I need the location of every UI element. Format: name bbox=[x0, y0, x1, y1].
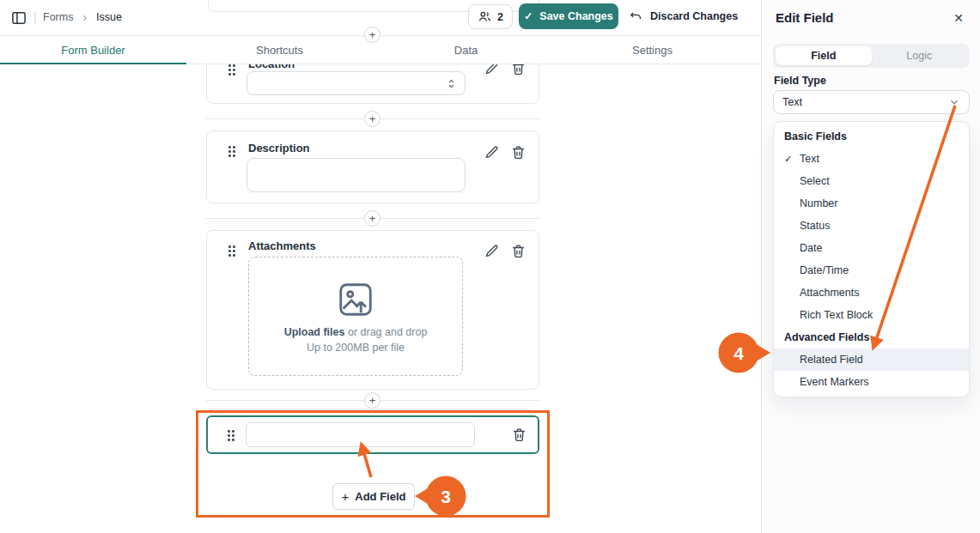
pencil-icon bbox=[484, 243, 500, 259]
plus-icon: + bbox=[342, 489, 350, 504]
panel-tab-group: Field Logic bbox=[773, 44, 970, 68]
field-type-label: Field Type bbox=[774, 75, 826, 87]
add-field-between-button[interactable]: + bbox=[364, 111, 380, 127]
drag-handle-icon[interactable] bbox=[228, 245, 236, 257]
field-label-description: Description bbox=[248, 142, 310, 154]
tab-settings[interactable]: Settings bbox=[559, 36, 746, 64]
upload-size-hint: Up to 200MB per file bbox=[307, 342, 405, 354]
trash-icon bbox=[511, 427, 527, 443]
tab-shortcuts[interactable]: Shortcuts bbox=[186, 36, 373, 64]
step-3-badge: 3 bbox=[415, 476, 466, 517]
sidebar-toggle-icon[interactable] bbox=[10, 9, 27, 27]
check-icon: ✓ bbox=[784, 153, 793, 165]
edit-field-button[interactable] bbox=[481, 241, 502, 262]
field-card-attachments[interactable]: Attachments Upload files or drag and dro… bbox=[206, 230, 539, 390]
location-select-input[interactable] bbox=[247, 71, 466, 95]
breadcrumb-divider: | bbox=[33, 10, 37, 24]
trash-icon bbox=[510, 144, 527, 161]
discard-changes-button[interactable]: Discard Changes bbox=[629, 3, 738, 29]
drag-handle-icon[interactable] bbox=[228, 64, 236, 76]
image-upload-icon bbox=[336, 280, 375, 319]
new-field-name-input[interactable] bbox=[246, 422, 475, 447]
delete-field-button[interactable] bbox=[508, 241, 528, 262]
check-icon: ✓ bbox=[524, 10, 533, 22]
description-text-input[interactable] bbox=[247, 158, 466, 192]
undo-icon bbox=[629, 9, 643, 24]
breadcrumb-current-page: Issue bbox=[96, 11, 122, 23]
menu-item-event-markers[interactable]: Event Markers bbox=[774, 371, 969, 393]
menu-item-text[interactable]: ✓Text bbox=[774, 148, 969, 170]
discard-changes-label: Discard Changes bbox=[650, 10, 738, 22]
menu-item-date[interactable]: Date bbox=[774, 237, 969, 259]
field-label-attachments: Attachments bbox=[248, 239, 316, 252]
form-builder-app: | Forms › Issue 2 ✓ Save Changes Discard… bbox=[0, 0, 980, 533]
tab-data[interactable]: Data bbox=[373, 36, 559, 64]
chevron-right-icon: › bbox=[82, 12, 87, 22]
menu-group-basic-fields: Basic Fields bbox=[774, 125, 969, 148]
collaborator-count: 2 bbox=[497, 11, 503, 23]
upload-files-link[interactable]: Upload files bbox=[284, 326, 345, 338]
drag-handle-icon[interactable] bbox=[228, 145, 236, 158]
delete-field-button[interactable] bbox=[508, 425, 529, 445]
panel-tab-logic[interactable]: Logic bbox=[872, 46, 968, 65]
people-icon bbox=[478, 9, 492, 24]
add-field-between-button[interactable]: + bbox=[364, 210, 380, 227]
file-dropzone[interactable]: Upload files or drag and drop Up to 200M… bbox=[248, 257, 463, 376]
field-type-value: Text bbox=[782, 96, 802, 108]
trash-icon bbox=[510, 243, 527, 259]
breadcrumb-forms-link[interactable]: Forms bbox=[43, 11, 73, 23]
menu-item-status[interactable]: Status bbox=[774, 215, 969, 237]
menu-group-advanced-fields: Advanced Fields bbox=[774, 326, 969, 348]
field-type-select[interactable]: Text bbox=[773, 90, 970, 114]
panel-tab-field[interactable]: Field bbox=[776, 46, 872, 65]
add-field-button[interactable]: + Add Field bbox=[332, 483, 415, 510]
new-field-card-selected[interactable] bbox=[206, 415, 539, 454]
menu-item-number[interactable]: Number bbox=[774, 192, 969, 215]
field-card-description[interactable]: Description bbox=[206, 130, 539, 203]
close-icon[interactable]: ✕ bbox=[950, 9, 967, 27]
step-4-number: 4 bbox=[733, 343, 744, 363]
menu-item-date-time[interactable]: Date/Time bbox=[774, 259, 969, 282]
delete-field-button[interactable] bbox=[508, 142, 528, 163]
menu-item-rich-text-block[interactable]: Rich Text Block bbox=[774, 304, 969, 326]
panel-title: Edit Field bbox=[776, 10, 834, 25]
step-3-number: 3 bbox=[441, 487, 451, 506]
save-changes-label: Save Changes bbox=[539, 10, 612, 22]
main-tabbar: Form Builder Shortcuts Data Settings bbox=[0, 36, 761, 64]
add-field-label: Add Field bbox=[355, 490, 405, 503]
field-type-dropdown-menu: Basic Fields ✓Text Select Number Status … bbox=[773, 121, 970, 397]
upload-cta-text: Upload files or drag and drop bbox=[284, 326, 428, 338]
add-field-between-button[interactable]: + bbox=[364, 27, 380, 43]
menu-item-select[interactable]: Select bbox=[774, 170, 969, 192]
menu-item-related-field[interactable]: Related Field bbox=[774, 348, 969, 371]
chevron-down-icon bbox=[948, 96, 960, 108]
edit-field-panel: Edit Field ✕ Field Logic Field Type Text… bbox=[761, 0, 980, 533]
menu-item-attachments[interactable]: Attachments bbox=[774, 282, 969, 304]
collaborators-button[interactable]: 2 bbox=[468, 4, 513, 29]
add-field-between-button[interactable]: + bbox=[364, 392, 380, 409]
pencil-icon bbox=[484, 144, 500, 161]
chevron-up-down-icon bbox=[445, 77, 458, 90]
edit-field-button[interactable] bbox=[481, 142, 502, 163]
save-changes-button[interactable]: ✓ Save Changes bbox=[519, 3, 618, 29]
breadcrumb: Forms › Issue bbox=[43, 11, 122, 23]
tab-form-builder[interactable]: Form Builder bbox=[0, 36, 186, 64]
drag-handle-icon[interactable] bbox=[227, 429, 235, 442]
